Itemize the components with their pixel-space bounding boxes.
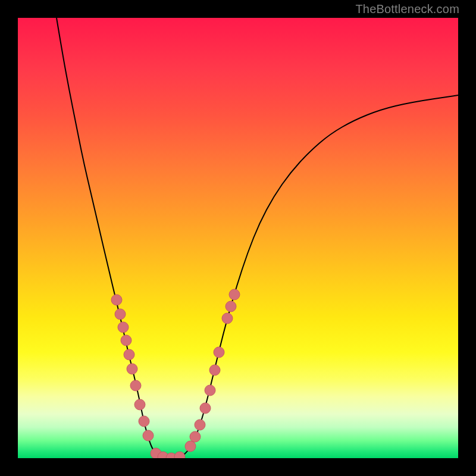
data-marker	[226, 301, 236, 312]
watermark-text: TheBottleneck.com	[355, 2, 459, 16]
data-marker	[209, 365, 220, 375]
data-marker	[118, 322, 129, 333]
plot-area	[18, 18, 458, 458]
data-marker	[143, 430, 154, 441]
data-marker	[111, 295, 122, 305]
curve-layer	[18, 18, 458, 458]
data-marker	[205, 385, 215, 396]
data-marker	[139, 416, 149, 427]
data-marker	[127, 364, 137, 374]
data-marker	[195, 419, 205, 430]
chart-frame: TheBottleneck.com	[0, 0, 476, 476]
data-marker	[190, 431, 201, 442]
data-marker	[214, 347, 224, 358]
data-marker	[115, 309, 126, 320]
data-marker	[134, 399, 145, 410]
data-marker	[229, 289, 240, 300]
data-marker	[222, 313, 233, 324]
data-marker	[124, 349, 134, 360]
data-marker	[174, 452, 185, 458]
data-marker	[185, 441, 196, 452]
data-marker	[200, 403, 211, 414]
data-marker	[130, 380, 141, 391]
bottleneck-curve	[57, 18, 458, 458]
data-marker	[121, 335, 131, 346]
